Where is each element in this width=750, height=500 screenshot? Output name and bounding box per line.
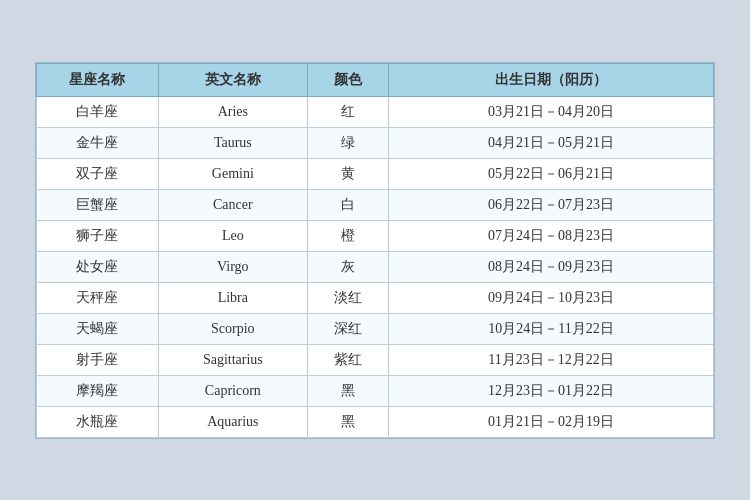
zodiac-table: 星座名称 英文名称 颜色 出生日期（阳历） 白羊座Aries红03月21日－04… xyxy=(36,63,714,438)
cell-color: 淡红 xyxy=(307,282,388,313)
header-date: 出生日期（阳历） xyxy=(389,63,714,96)
table-row: 白羊座Aries红03月21日－04月20日 xyxy=(37,96,714,127)
cell-date: 08月24日－09月23日 xyxy=(389,251,714,282)
cell-cn: 处女座 xyxy=(37,251,159,282)
cell-cn: 狮子座 xyxy=(37,220,159,251)
cell-cn: 水瓶座 xyxy=(37,406,159,437)
cell-color: 红 xyxy=(307,96,388,127)
cell-en: Leo xyxy=(158,220,307,251)
table-header-row: 星座名称 英文名称 颜色 出生日期（阳历） xyxy=(37,63,714,96)
cell-color: 黑 xyxy=(307,375,388,406)
table-row: 射手座Sagittarius紫红11月23日－12月22日 xyxy=(37,344,714,375)
cell-date: 09月24日－10月23日 xyxy=(389,282,714,313)
table-row: 巨蟹座Cancer白06月22日－07月23日 xyxy=(37,189,714,220)
cell-en: Libra xyxy=(158,282,307,313)
cell-date: 06月22日－07月23日 xyxy=(389,189,714,220)
cell-color: 紫红 xyxy=(307,344,388,375)
cell-en: Aquarius xyxy=(158,406,307,437)
table-row: 天秤座Libra淡红09月24日－10月23日 xyxy=(37,282,714,313)
cell-date: 05月22日－06月21日 xyxy=(389,158,714,189)
header-color: 颜色 xyxy=(307,63,388,96)
header-cn: 星座名称 xyxy=(37,63,159,96)
cell-cn: 双子座 xyxy=(37,158,159,189)
table-row: 狮子座Leo橙07月24日－08月23日 xyxy=(37,220,714,251)
cell-cn: 金牛座 xyxy=(37,127,159,158)
cell-en: Taurus xyxy=(158,127,307,158)
table-row: 天蝎座Scorpio深红10月24日－11月22日 xyxy=(37,313,714,344)
cell-en: Cancer xyxy=(158,189,307,220)
cell-cn: 射手座 xyxy=(37,344,159,375)
cell-cn: 白羊座 xyxy=(37,96,159,127)
cell-date: 10月24日－11月22日 xyxy=(389,313,714,344)
zodiac-table-container: 星座名称 英文名称 颜色 出生日期（阳历） 白羊座Aries红03月21日－04… xyxy=(35,62,715,439)
cell-color: 灰 xyxy=(307,251,388,282)
cell-color: 橙 xyxy=(307,220,388,251)
table-row: 金牛座Taurus绿04月21日－05月21日 xyxy=(37,127,714,158)
table-row: 双子座Gemini黄05月22日－06月21日 xyxy=(37,158,714,189)
header-en: 英文名称 xyxy=(158,63,307,96)
cell-color: 绿 xyxy=(307,127,388,158)
cell-en: Scorpio xyxy=(158,313,307,344)
cell-cn: 天秤座 xyxy=(37,282,159,313)
cell-color: 黄 xyxy=(307,158,388,189)
cell-en: Aries xyxy=(158,96,307,127)
cell-date: 12月23日－01月22日 xyxy=(389,375,714,406)
table-row: 摩羯座Capricorn黑12月23日－01月22日 xyxy=(37,375,714,406)
cell-date: 11月23日－12月22日 xyxy=(389,344,714,375)
cell-cn: 巨蟹座 xyxy=(37,189,159,220)
cell-en: Virgo xyxy=(158,251,307,282)
cell-color: 黑 xyxy=(307,406,388,437)
table-row: 水瓶座Aquarius黑01月21日－02月19日 xyxy=(37,406,714,437)
cell-date: 07月24日－08月23日 xyxy=(389,220,714,251)
table-row: 处女座Virgo灰08月24日－09月23日 xyxy=(37,251,714,282)
cell-color: 白 xyxy=(307,189,388,220)
cell-date: 04月21日－05月21日 xyxy=(389,127,714,158)
cell-en: Sagittarius xyxy=(158,344,307,375)
cell-date: 03月21日－04月20日 xyxy=(389,96,714,127)
cell-color: 深红 xyxy=(307,313,388,344)
cell-cn: 天蝎座 xyxy=(37,313,159,344)
cell-date: 01月21日－02月19日 xyxy=(389,406,714,437)
cell-en: Capricorn xyxy=(158,375,307,406)
cell-cn: 摩羯座 xyxy=(37,375,159,406)
cell-en: Gemini xyxy=(158,158,307,189)
